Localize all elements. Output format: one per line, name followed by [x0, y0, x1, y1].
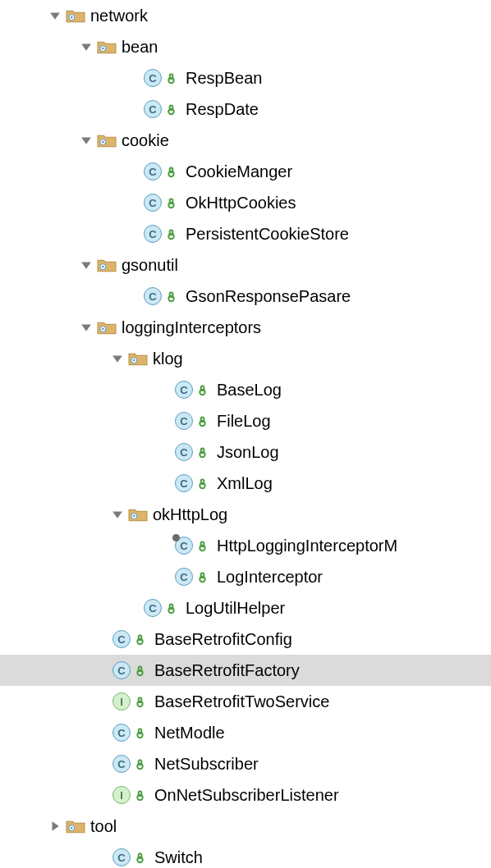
tree-row[interactable]: klog	[0, 343, 491, 374]
class-icon: C	[175, 412, 193, 430]
chevron-placeholder	[77, 724, 95, 742]
class-icon: C	[144, 100, 162, 118]
tree-node-label: RespBean	[186, 70, 262, 86]
chevron-down-icon[interactable]	[77, 38, 95, 56]
tree-row[interactable]: cookie	[0, 125, 491, 156]
chevron-down-icon[interactable]	[108, 349, 126, 368]
tree-node-label: NetModle	[154, 724, 225, 741]
class-icon: C	[112, 848, 131, 866]
class-icon: C	[144, 225, 162, 243]
chevron-placeholder	[108, 599, 126, 617]
tree-row[interactable]: CPersistentCookieStore	[0, 218, 491, 249]
visibility-public-icon	[135, 633, 148, 646]
tree-row[interactable]: IOnNetSubscriberListener	[0, 779, 491, 811]
visibility-public-icon	[198, 446, 210, 459]
chevron-placeholder	[77, 661, 95, 679]
tree-row[interactable]: CCookieManger	[0, 156, 491, 187]
tree-node-label: network	[90, 7, 148, 24]
chevron-down-icon[interactable]	[46, 7, 64, 25]
tree-node-label: LogInterceptor	[217, 569, 323, 585]
tree-row[interactable]: CGsonResponsePasare	[0, 281, 491, 312]
tree-row[interactable]: CXmlLog	[0, 468, 491, 499]
class-icon: C	[112, 630, 131, 648]
tree-row[interactable]: bean	[0, 31, 491, 62]
chevron-placeholder	[108, 194, 126, 212]
tree-node-label: HttpLoggingInterceptorM	[217, 537, 397, 554]
tree-row[interactable]: COkHttpCookies	[0, 187, 491, 218]
visibility-public-icon	[167, 602, 179, 614]
tree-row[interactable]: network	[0, 0, 491, 31]
class-icon: C	[144, 194, 162, 212]
chevron-placeholder	[140, 537, 158, 555]
tree-row[interactable]: IBaseRetrofitTwoService	[0, 686, 491, 717]
tree-node-label: NetSubscriber	[154, 756, 259, 772]
tree-row[interactable]: loggingInterceptors	[0, 312, 491, 343]
chevron-placeholder	[77, 630, 95, 648]
chevron-right-icon[interactable]	[46, 817, 64, 835]
chevron-placeholder	[77, 692, 95, 710]
tree-row[interactable]: CBaseRetrofitConfig	[0, 624, 491, 655]
tree-row[interactable]: CSwitch	[0, 842, 491, 868]
tree-node-label: gsonutil	[122, 257, 178, 273]
tree-row[interactable]: CRespDate	[0, 94, 491, 125]
class-icon: C	[112, 755, 131, 773]
class-icon: C	[112, 661, 131, 679]
visibility-public-icon	[135, 665, 148, 677]
visibility-public-icon	[198, 384, 210, 396]
visibility-public-icon	[135, 727, 148, 739]
chevron-placeholder	[140, 474, 158, 492]
tree-row[interactable]: CHttpLoggingInterceptorM	[0, 530, 491, 561]
visibility-public-icon	[135, 789, 148, 802]
visibility-public-icon	[135, 852, 148, 864]
tree-row[interactable]: CBaseLog	[0, 374, 491, 405]
tree-node-label: BaseLog	[217, 381, 282, 398]
chevron-down-icon[interactable]	[77, 131, 95, 149]
project-tree: networkbeanCRespBeanCRespDatecookieCCook…	[0, 0, 491, 868]
tree-node-label: LogUtilHelper	[186, 600, 285, 616]
tree-node-label: CookieManger	[186, 163, 292, 180]
visibility-public-icon	[135, 696, 148, 708]
tree-node-label: BaseRetrofitFactory	[154, 662, 300, 678]
tree-row[interactable]: CBaseRetrofitFactory	[0, 655, 491, 686]
tree-row[interactable]: CLogInterceptor	[0, 561, 491, 592]
tree-node-label: RespDate	[186, 101, 259, 117]
tree-row[interactable]: CRespBean	[0, 62, 491, 94]
tree-node-label: okHttpLog	[153, 506, 227, 523]
tree-row[interactable]: okHttpLog	[0, 499, 491, 530]
chevron-placeholder	[108, 162, 126, 180]
visibility-public-icon	[167, 197, 179, 209]
chevron-placeholder	[77, 755, 95, 773]
tree-row[interactable]: CNetSubscriber	[0, 748, 491, 779]
tree-row[interactable]: CJsonLog	[0, 436, 491, 468]
package-folder-icon	[97, 39, 117, 55]
tree-node-label: loggingInterceptors	[122, 319, 261, 336]
chevron-placeholder	[140, 412, 158, 430]
tree-node-label: GsonResponsePasare	[186, 288, 351, 304]
tree-node-label: tool	[90, 818, 117, 834]
package-folder-icon	[97, 257, 117, 273]
class-icon: C	[144, 599, 162, 617]
chevron-down-icon[interactable]	[77, 256, 95, 274]
tree-row[interactable]: CLogUtilHelper	[0, 592, 491, 624]
tree-row[interactable]: gsonutil	[0, 249, 491, 281]
chevron-placeholder	[140, 381, 158, 399]
class-icon: C	[175, 381, 193, 399]
tree-row[interactable]: CNetModle	[0, 717, 491, 748]
visibility-public-icon	[167, 72, 179, 85]
package-folder-icon	[66, 7, 85, 24]
class-icon: C	[175, 537, 193, 555]
chevron-down-icon[interactable]	[108, 505, 126, 523]
tree-node-label: BaseRetrofitTwoService	[154, 693, 329, 710]
package-folder-icon	[97, 319, 117, 336]
class-icon: C	[175, 474, 193, 492]
chevron-down-icon[interactable]	[77, 318, 95, 336]
visibility-public-icon	[198, 571, 210, 583]
tree-row[interactable]: tool	[0, 811, 491, 842]
package-folder-icon	[128, 350, 148, 367]
tree-node-label: klog	[153, 350, 183, 367]
chevron-placeholder	[108, 69, 126, 87]
tree-node-label: PersistentCookieStore	[186, 226, 349, 242]
tree-row[interactable]: CFileLog	[0, 405, 491, 436]
visibility-public-icon	[198, 540, 210, 552]
visibility-public-icon	[167, 166, 179, 178]
